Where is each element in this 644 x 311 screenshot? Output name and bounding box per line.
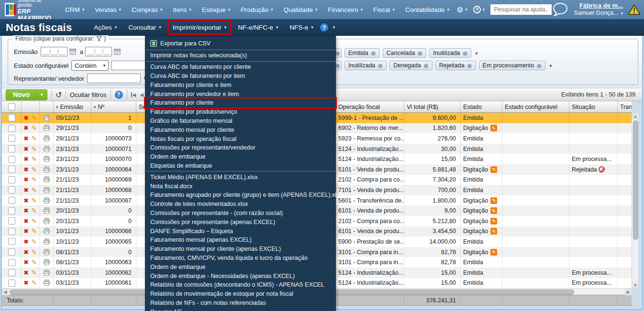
menu-itens[interactable]: Itens▾ — [168, 4, 196, 16]
row-checkbox[interactable] — [8, 125, 15, 132]
menu-nfs-e[interactable]: NFS-e▾ — [286, 21, 317, 33]
menu-item-faturamento-mensal-por-cliente-apenas-excel[interactable]: Faturamento mensal por cliente (apenas E… — [145, 245, 335, 254]
digitacao-edit-icon[interactable]: ✎ — [490, 197, 497, 204]
printer-icon[interactable] — [43, 166, 50, 173]
remove-badge-icon[interactable]: ⊗ — [371, 50, 376, 56]
menu-item-etiquetas-de-embarque[interactable]: Etiquetas de embarque — [145, 161, 335, 171]
menu-estoque[interactable]: Estoque▾ — [198, 4, 234, 16]
row-checkbox[interactable] — [8, 238, 15, 245]
scroll-down-icon[interactable]: ▼ — [632, 282, 639, 289]
menu-item-gr-fico-de-faturamento-mensal[interactable]: Gráfico de faturamento mensal — [145, 117, 335, 126]
edit-icon[interactable]: ✎ — [32, 238, 37, 246]
printer-icon[interactable] — [43, 176, 50, 183]
edit-icon[interactable]: ✎ — [32, 248, 37, 256]
remove-badge-icon[interactable]: ⊗ — [423, 63, 429, 69]
row-checkbox[interactable] — [8, 207, 15, 214]
menu-item-ticket-m-dio-apenas-em-excel-xlsx[interactable]: Ticket Médio (APENAS EM EXCEL).xlsx — [145, 172, 335, 182]
edit-icon[interactable]: ✎ — [32, 155, 37, 163]
menu-item-relat-rio-de-movimenta-o-de-estoque-por-nota-fiscal[interactable]: Relatório de movimentação de estoque por… — [145, 290, 335, 299]
row-checkbox[interactable] — [8, 217, 15, 225]
printer-icon[interactable] — [43, 218, 50, 225]
scroll-right-icon[interactable]: ▶ — [625, 289, 632, 295]
menu-compras[interactable]: Compras▾ — [127, 4, 167, 16]
menu-item-notas-fiscais-por-opera-o-fiscal[interactable]: Notas fiscais por operação fiscal — [145, 134, 335, 143]
menu-crm[interactable]: CRM▾ — [61, 4, 89, 16]
new-button[interactable]: Novo ▾ — [6, 89, 47, 100]
badge-dropdown-icon[interactable]: ▾ — [475, 51, 477, 56]
scroll-left-icon[interactable]: ◀ — [2, 289, 9, 295]
header-estado-configuravel[interactable]: Estado configurável — [502, 101, 569, 112]
menu-item-ordem-de-embarque-necessidades-apenas-excel[interactable]: Ordem de embarque - Necessidades (apenas… — [145, 271, 335, 280]
menu-item-faturamento-por-cliente[interactable]: Faturamento por cliente — [145, 98, 335, 107]
row-checkbox[interactable] — [8, 279, 15, 287]
select-all-checkbox[interactable] — [8, 103, 15, 110]
header-operacao-fiscal[interactable]: Operação fiscal — [336, 101, 404, 112]
vertical-scrollbar[interactable]: ▲ ▼ — [632, 113, 638, 289]
estado-operator-select[interactable]: Contém ▾ — [71, 60, 109, 71]
delete-icon[interactable]: ✖ — [24, 156, 29, 162]
menu-financeiro[interactable]: Financeiro▾ — [324, 4, 367, 16]
edit-icon[interactable]: ✎ — [32, 114, 37, 122]
delete-icon[interactable]: ✖ — [24, 197, 29, 204]
user-menu[interactable]: Samuel Gonça... ▾ — [574, 10, 623, 17]
edit-icon[interactable]: ✎ — [32, 207, 37, 214]
printer-icon[interactable] — [43, 228, 50, 235]
menu-qualidade[interactable]: Qualidade▾ — [279, 4, 322, 16]
filter-badge-inutilizada[interactable]: Inutilizada⊗ — [429, 48, 471, 58]
filter-badge-em-processamento[interactable]: Em processamento⊗ — [479, 61, 546, 70]
menu-a-es[interactable]: Ações▾ — [90, 21, 121, 33]
remove-badge-icon[interactable]: ⊗ — [378, 63, 383, 69]
header-transportadora[interactable]: Tran — [618, 101, 632, 112]
delete-icon[interactable]: ✖ — [24, 228, 29, 235]
menu-item-exportar-para-csv[interactable]: XExportar para CSV — [145, 38, 335, 49]
remove-badge-icon[interactable]: ⊗ — [467, 63, 472, 69]
header-vl-total[interactable]: Vl total (R$) — [404, 101, 461, 112]
row-checkbox[interactable] — [8, 166, 15, 173]
printer-icon[interactable] — [43, 259, 50, 266]
delete-icon[interactable]: ✖ — [24, 249, 29, 256]
row-checkbox[interactable] — [8, 156, 15, 163]
grid-help-icon[interactable]: ? — [115, 91, 123, 99]
digitacao-edit-icon[interactable]: ✎ — [490, 249, 497, 256]
digitacao-edit-icon[interactable]: ✎ — [490, 218, 497, 225]
row-checkbox[interactable] — [8, 135, 15, 142]
edit-icon[interactable]: ✎ — [32, 217, 37, 225]
row-checkbox[interactable] — [8, 145, 15, 152]
filter-badge-rejeitada[interactable]: Rejeitada⊗ — [435, 61, 476, 70]
digitacao-edit-icon[interactable]: ✎ — [490, 207, 497, 214]
delete-icon[interactable]: ✖ — [24, 218, 29, 225]
edit-icon[interactable]: ✎ — [32, 258, 37, 266]
edit-icon[interactable]: ✎ — [32, 176, 37, 183]
printer-icon[interactable] — [43, 249, 50, 256]
menu-item-faturamento-por-cliente-e-item[interactable]: Faturamento por cliente e item — [145, 80, 335, 89]
remove-badge-icon[interactable]: ⊗ — [417, 50, 422, 56]
prev-page-icon[interactable]: ◀ — [140, 92, 144, 97]
menu-item-faturamento-agrupado-por-cliente-grupo-e-item-apenas-excel-xlsx[interactable]: Faturamento agrupado por cliente (grupo)… — [145, 191, 335, 200]
row-checkbox[interactable] — [8, 176, 15, 183]
menu-item-danfe-simplificado-etiqueta[interactable]: DANFE Simplificado – Etiqueta — [145, 226, 335, 236]
emissao-from-input[interactable] — [41, 47, 67, 56]
delete-icon[interactable]: ✖ — [24, 187, 29, 193]
printer-icon[interactable] — [43, 125, 50, 131]
calendar-icon[interactable] — [114, 48, 121, 55]
filter-badge-cancelada[interactable]: Cancelada⊗ — [383, 48, 427, 58]
badge-dropdown-icon[interactable]: ▾ — [549, 63, 552, 68]
row-checkbox[interactable] — [8, 228, 15, 235]
menu-item-comiss-es-por-representante-apenas-excel[interactable]: Comissões por representante (apenas EXCE… — [145, 217, 335, 226]
edit-icon[interactable]: ✎ — [32, 135, 37, 142]
warning-icon[interactable] — [628, 4, 641, 15]
page-help-icon[interactable]: ? — [320, 23, 328, 32]
menu-vendas[interactable]: Vendas▾ — [90, 4, 125, 16]
menu-item-faturamento-mensal-por-cliente[interactable]: Faturamento mensal por cliente — [145, 125, 335, 134]
header-estado[interactable]: Estado — [461, 101, 502, 112]
filters-legend[interactable]: Filtros (clique para configurar: ) — [13, 35, 109, 42]
filter-badge-partial[interactable]: ⊗ — [335, 48, 342, 58]
filter-badge-inutilizada[interactable]: Inutilizada⊗ — [344, 61, 387, 70]
header-emissao[interactable]: ▾ Emissão — [54, 101, 91, 112]
delete-icon[interactable]: ✖ — [24, 115, 29, 121]
menu-item-relat-rio-de-nfs-com-notas-referenciadas[interactable]: Relatório de NFs - com notas referenciad… — [145, 299, 335, 308]
digitacao-edit-icon[interactable]: ✎ — [490, 228, 497, 235]
digitacao-edit-icon[interactable]: ✎ — [490, 166, 497, 173]
help-search-input[interactable] — [490, 4, 552, 15]
header-numero[interactable]: ▾ Nº — [91, 101, 136, 112]
